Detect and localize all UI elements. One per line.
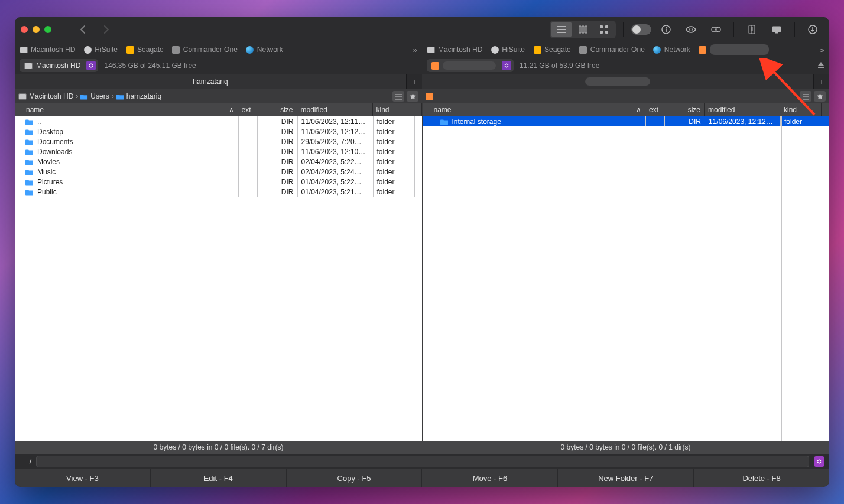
fav-network[interactable]: Network [246, 45, 283, 54]
fav-device-r[interactable] [699, 44, 769, 55]
cmd-path-label: / [20, 457, 31, 466]
favorites-bar: Macintosh HD HiSuite Seagate Commander O… [15, 42, 829, 57]
file-list-left[interactable]: ..DIR11/06/2023, 12:11…folderDesktopDIR1… [15, 116, 422, 441]
svg-rect-2 [600, 31, 603, 34]
col-size-r[interactable]: size [664, 103, 705, 116]
col-ext-r[interactable]: ext [645, 103, 664, 116]
path-list-icon[interactable] [392, 91, 404, 102]
command-history-button[interactable] [814, 456, 824, 467]
fav-commander-one[interactable]: Commander One [172, 45, 238, 54]
fav-hisuite-r[interactable]: HiSuite [491, 45, 525, 54]
zoom-window-button[interactable] [44, 26, 51, 33]
archive-icon[interactable] [741, 22, 762, 37]
hidden-files-toggle[interactable] [631, 22, 652, 37]
pane-left: name∧ ext size modified kind ..DIR11/06/… [15, 103, 423, 441]
columns-header-left: name∧ ext size modified kind [15, 103, 422, 116]
table-row[interactable]: DesktopDIR11/06/2023, 12:12…folder [15, 126, 422, 136]
fav-macintosh-hd-r[interactable]: Macintosh HD [427, 45, 482, 54]
col-kind-r[interactable]: kind [780, 103, 822, 116]
fn-newfolder[interactable]: New Folder - F7 [558, 469, 694, 487]
fav-overflow-left[interactable]: » [413, 45, 417, 54]
breadcrumb-right [422, 89, 829, 103]
disk-selector-right[interactable] [427, 59, 514, 72]
status-right: 0 bytes / 0 bytes in 0 / 0 file(s). 0 / … [422, 441, 829, 454]
disk-selector-left[interactable]: Macintosh HD [20, 59, 98, 72]
svg-rect-1 [605, 25, 608, 28]
file-list-right[interactable]: Internal storageDIR11/06/2023, 12:12…fol… [423, 116, 830, 441]
crumb-root[interactable]: Macintosh HD› [18, 92, 78, 100]
disk-free-left: 146.35 GB of 245.11 GB free [104, 61, 196, 70]
chevron-updown-icon [502, 61, 511, 70]
connections-icon[interactable] [766, 22, 787, 37]
command-input[interactable] [36, 456, 809, 467]
table-row[interactable]: DocumentsDIR29/05/2023, 7:20…folder [15, 136, 422, 147]
fn-delete[interactable]: Delete - F8 [694, 469, 829, 487]
view-grid-icon[interactable] [593, 22, 615, 37]
svg-rect-11 [772, 27, 781, 32]
view-list-icon[interactable] [551, 22, 572, 37]
col-modified[interactable]: modified [297, 103, 373, 116]
col-name[interactable]: name∧ [22, 103, 238, 116]
disk-free-right: 11.21 GB of 53.9 GB free [520, 61, 599, 70]
view-mode-segment [550, 21, 616, 38]
preview-icon[interactable] [680, 22, 702, 37]
crumb-users[interactable]: Users› [80, 92, 113, 100]
pane-right: name∧ ext size modified kind Internal st… [423, 103, 830, 441]
table-row[interactable]: MusicDIR02/04/2023, 5:24…folder [15, 167, 422, 177]
search-icon[interactable] [705, 22, 726, 37]
columns-header-right: name∧ ext size modified kind [423, 103, 830, 116]
disk-bar: Macintosh HD 146.35 GB of 245.11 GB free… [15, 57, 829, 74]
download-icon[interactable] [802, 22, 823, 37]
col-modified-r[interactable]: modified [705, 103, 780, 116]
fn-edit[interactable]: Edit - F4 [151, 469, 287, 487]
path-list-icon-r[interactable] [800, 91, 811, 102]
status-left: 0 bytes / 0 bytes in 0 / 0 file(s). 0 / … [15, 441, 422, 454]
fav-macintosh-hd[interactable]: Macintosh HD [20, 45, 75, 54]
tab-add-left[interactable]: + [407, 74, 422, 89]
minimize-window-button[interactable] [33, 26, 40, 33]
tab-left[interactable]: hamzatariq [15, 74, 407, 89]
fav-network-r[interactable]: Network [653, 45, 690, 54]
breadcrumb-left: Macintosh HD› Users› hamzatariq [15, 89, 422, 103]
path-star-icon[interactable] [407, 91, 418, 102]
favorites-left: Macintosh HD HiSuite Seagate Commander O… [15, 42, 422, 57]
nav-forward-button[interactable] [95, 21, 118, 38]
favorites-right: Macintosh HD HiSuite Seagate Commander O… [422, 42, 829, 57]
view-columns-icon[interactable] [572, 22, 593, 37]
table-row[interactable]: Internal storageDIR11/06/2023, 12:12…fol… [423, 116, 830, 126]
tab-right[interactable] [422, 74, 814, 89]
path-row: Macintosh HD› Users› hamzatariq [15, 89, 829, 103]
fn-row: View - F3 Edit - F4 Copy - F5 Move - F6 … [15, 469, 829, 487]
fn-move[interactable]: Move - F6 [422, 469, 558, 487]
crumb-device[interactable] [426, 93, 433, 100]
fn-view[interactable]: View - F3 [15, 469, 151, 487]
svg-rect-3 [605, 31, 608, 34]
titlebar [15, 17, 829, 42]
col-ext[interactable]: ext [238, 103, 257, 116]
col-name-r[interactable]: name∧ [430, 103, 646, 116]
fav-commander-one-r[interactable]: Commander One [579, 45, 645, 54]
col-kind[interactable]: kind [373, 103, 414, 116]
table-row[interactable]: MoviesDIR02/04/2023, 5:22…folder [15, 157, 422, 167]
table-row[interactable]: PicturesDIR01/04/2023, 5:22…folder [15, 177, 422, 187]
svg-rect-12 [775, 32, 778, 34]
table-row[interactable]: DownloadsDIR11/06/2023, 12:10…folder [15, 147, 422, 157]
close-window-button[interactable] [21, 26, 28, 33]
fav-seagate-r[interactable]: Seagate [533, 45, 571, 54]
table-row[interactable]: ..DIR11/06/2023, 12:11…folder [15, 116, 422, 126]
tab-add-right[interactable]: + [814, 74, 829, 89]
window-controls [21, 26, 51, 33]
fav-overflow-right[interactable]: » [820, 45, 824, 54]
crumb-current[interactable]: hamzatariq [116, 92, 161, 100]
chevron-updown-icon [86, 61, 96, 70]
info-icon[interactable] [655, 22, 677, 37]
fn-copy[interactable]: Copy - F5 [287, 469, 423, 487]
fav-seagate[interactable]: Seagate [126, 45, 164, 54]
path-star-icon-r[interactable] [814, 91, 826, 102]
nav-back-button[interactable] [71, 21, 95, 38]
fav-hisuite[interactable]: HiSuite [83, 45, 118, 54]
col-size[interactable]: size [257, 103, 297, 116]
app-window: Macintosh HD HiSuite Seagate Commander O… [15, 17, 829, 487]
table-row[interactable]: PublicDIR01/04/2023, 5:21…folder [15, 187, 422, 197]
eject-icon[interactable] [817, 61, 824, 70]
